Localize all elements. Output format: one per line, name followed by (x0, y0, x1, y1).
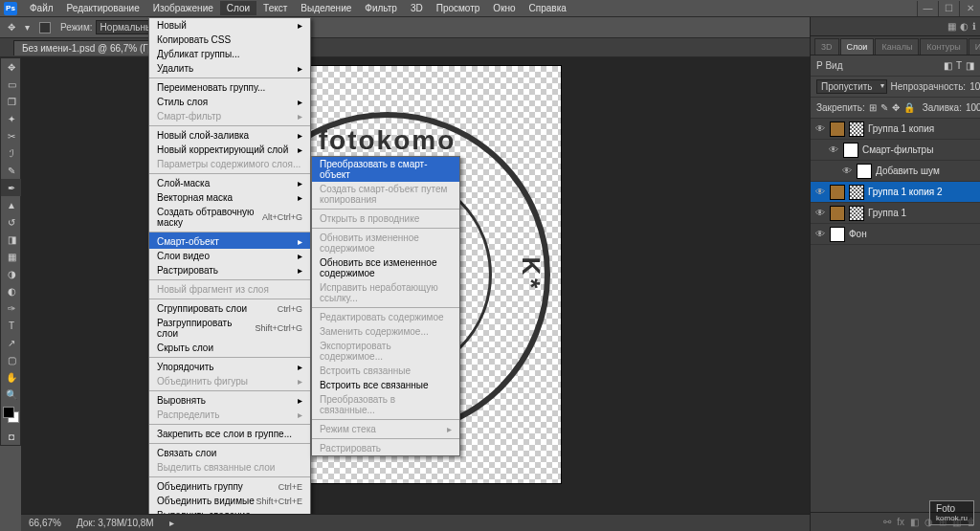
menu-item[interactable]: Обновить все измененное содержимое (312, 255, 459, 280)
menu-редактирование[interactable]: Редактирование (60, 1, 146, 15)
layer-row[interactable]: 👁Фон (811, 224, 980, 245)
menu-item[interactable]: Объединить видимыеShift+Ctrl+E (149, 494, 310, 508)
tab-history[interactable]: История (969, 38, 980, 55)
filter-icon-2[interactable]: T (956, 60, 962, 71)
menu-item[interactable]: Преобразовать в смарт-объект (312, 157, 459, 182)
info-icon[interactable]: ℹ (972, 21, 976, 32)
optbar-check1[interactable] (39, 22, 51, 33)
menu-item[interactable]: Разгруппировать слоиShift+Ctrl+G (149, 316, 310, 341)
blend-mode-dropdown[interactable]: Пропустить (816, 79, 887, 94)
layer-row[interactable]: 👁Смарт-фильтры (811, 140, 980, 161)
layer-row[interactable]: 👁Группа 1 копия (811, 119, 980, 140)
stamp-tool[interactable]: ▲ (1, 196, 22, 213)
tab-3d[interactable]: 3D (814, 38, 839, 55)
menu-item[interactable]: Копировать CSS (149, 33, 310, 47)
menu-окно[interactable]: Окно (486, 1, 522, 15)
layer-row[interactable]: 👁Группа 1 (811, 203, 980, 224)
menu-item[interactable]: Слои видео (149, 249, 310, 263)
dodge-tool[interactable]: ◐ (1, 282, 22, 299)
mask-icon[interactable]: ◧ (910, 517, 919, 527)
layer-row[interactable]: 👁Добавить шум (811, 161, 980, 182)
history-tool[interactable]: ↺ (1, 213, 22, 231)
visibility-icon[interactable]: 👁 (814, 208, 826, 218)
menu-item[interactable]: Связать слои (149, 443, 310, 460)
blur-tool[interactable]: ◑ (1, 265, 22, 282)
menu-item[interactable]: Переименовать группу... (149, 77, 310, 95)
brush-tool[interactable]: ✒ (1, 179, 22, 196)
gradient-tool[interactable]: ▦ (1, 248, 22, 265)
menu-item[interactable]: Скрыть слои (149, 341, 310, 355)
color-swatch[interactable] (3, 407, 18, 424)
layer-row[interactable]: 👁Группа 1 копия 2 (811, 182, 980, 203)
visibility-icon[interactable]: 👁 (841, 166, 853, 176)
menu-просмотр[interactable]: Просмотр (430, 1, 487, 15)
crop-tool[interactable]: ✂ (1, 127, 22, 144)
quickmask-tool[interactable]: ◘ (1, 428, 22, 445)
menu-item[interactable]: Дубликат группы... (149, 47, 310, 61)
pen-tool[interactable]: ✑ (1, 299, 22, 317)
link-icon[interactable]: ⚯ (883, 517, 891, 527)
lock-icon[interactable]: ⊞ (869, 102, 877, 113)
fx-icon[interactable]: fx (897, 517, 904, 527)
menu-item[interactable]: Новый (149, 18, 310, 33)
menu-item[interactable]: Закрепить все слои в группе... (149, 424, 310, 441)
color-icon[interactable]: ▦ (947, 21, 956, 32)
menu-item: Встроить связанные (312, 364, 459, 378)
tab-paths[interactable]: Контуры (920, 38, 967, 55)
visibility-icon[interactable]: 👁 (814, 229, 826, 239)
menu-item[interactable]: Упорядочить (149, 357, 310, 374)
path-tool[interactable]: ↗ (1, 334, 22, 351)
menu-item[interactable]: Смарт-объект (149, 232, 310, 249)
wand-tool[interactable]: ✦ (1, 110, 22, 127)
lasso-tool[interactable]: ❐ (1, 93, 22, 110)
fill-value[interactable]: 100% (966, 102, 980, 113)
maximize-button[interactable]: ☐ (938, 1, 959, 16)
marquee-tool[interactable]: ▭ (1, 76, 22, 93)
close-button[interactable]: ✕ (959, 1, 980, 16)
zoom-level[interactable]: 66,67% (29, 518, 61, 528)
adjust-icon[interactable]: ◐ (960, 21, 969, 32)
menu-item: Смарт-фильтр (149, 109, 310, 123)
hand-tool[interactable]: ✋ (1, 368, 22, 386)
menu-выделение[interactable]: Выделение (294, 1, 358, 15)
menu-item[interactable]: Растрировать (149, 263, 310, 277)
zoom-tool[interactable]: 🔍 (1, 386, 22, 403)
minimize-button[interactable]: ― (917, 1, 938, 16)
menu-item[interactable]: Новый слой-заливка (149, 125, 310, 143)
menu-item[interactable]: Удалить (149, 61, 310, 76)
menu-текст[interactable]: Текст (256, 1, 294, 15)
eraser-tool[interactable]: ◨ (1, 231, 22, 248)
menu-item[interactable]: Создать обтравочную маскуAlt+Ctrl+G (149, 205, 310, 230)
menu-изображение[interactable]: Изображение (146, 1, 220, 15)
lock-icon-3[interactable]: ✥ (892, 102, 900, 113)
opacity-value[interactable]: 100% (969, 81, 980, 92)
menu-item[interactable]: Векторная маска (149, 190, 310, 205)
visibility-icon[interactable]: 👁 (814, 123, 826, 134)
lock-icon-2[interactable]: ✎ (880, 102, 888, 113)
filter-icon[interactable]: ◧ (944, 60, 952, 71)
menu-item[interactable]: Встроить все связанные (312, 378, 459, 392)
menu-3d[interactable]: 3D (404, 1, 430, 15)
menu-item[interactable]: Слой-маска (149, 173, 310, 190)
menu-item[interactable]: Новый корректирующий слой (149, 143, 310, 157)
filter-icon-3[interactable]: ◨ (966, 60, 974, 71)
menu-item[interactable]: Сгруппировать слоиCtrl+G (149, 299, 310, 316)
heal-tool[interactable]: ✎ (1, 162, 22, 179)
move-tool[interactable]: ✥ (1, 58, 22, 76)
menu-справка[interactable]: Справка (523, 1, 573, 15)
menu-item: Преобразовать в связанные... (312, 392, 459, 417)
eyedrop-tool[interactable]: ℐ (1, 144, 22, 162)
menu-слои[interactable]: Слои (220, 1, 256, 15)
menu-item[interactable]: Объединить группуCtrl+E (149, 476, 310, 494)
tab-channels[interactable]: Каналы (875, 38, 919, 55)
menu-фильтр[interactable]: Фильтр (358, 1, 404, 15)
menu-item[interactable]: Выровнять (149, 390, 310, 408)
menu-файл[interactable]: Файл (23, 1, 60, 15)
lock-icon-4[interactable]: 🔒 (903, 102, 915, 113)
visibility-icon[interactable]: 👁 (828, 144, 839, 155)
menu-item[interactable]: Стиль слоя (149, 95, 310, 109)
tab-layers[interactable]: Слои (840, 38, 875, 55)
type-tool[interactable]: T (1, 317, 22, 334)
visibility-icon[interactable]: 👁 (814, 187, 826, 197)
shape-tool[interactable]: ▢ (1, 351, 22, 368)
